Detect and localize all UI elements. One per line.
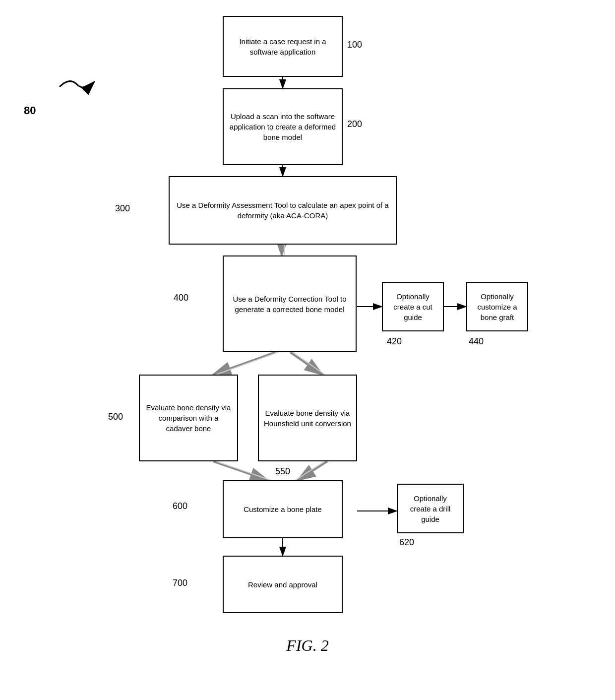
- step-300-text: Use a Deformity Assessment Tool to calcu…: [175, 200, 391, 221]
- step-550-box: Evaluate bone density via Hounsfield uni…: [258, 375, 357, 461]
- step-600-text: Customize a bone plate: [244, 504, 322, 514]
- step-700-text: Review and approval: [248, 579, 317, 590]
- step-500-text: Evaluate bone density via comparison wit…: [145, 402, 232, 434]
- step-100-text: Initiate a case request in a software ap…: [229, 36, 337, 57]
- step-200-box: Upload a scan into the software applicat…: [223, 88, 343, 165]
- svg-line-15: [295, 461, 325, 480]
- svg-line-12: [213, 461, 268, 480]
- step-550-text: Evaluate bone density via Hounsfield uni…: [264, 408, 351, 429]
- step-200-label: 200: [347, 119, 362, 129]
- step-600-box: Customize a bone plate: [223, 480, 343, 538]
- step-420-label: 420: [387, 336, 402, 347]
- step-300-box: Use a Deformity Assessment Tool to calcu…: [169, 176, 397, 245]
- step-700-label: 700: [173, 578, 187, 588]
- step-500-box: Evaluate bone density via comparison wit…: [139, 375, 238, 461]
- step-100-label: 100: [347, 40, 362, 50]
- step-440-label: 440: [469, 336, 484, 347]
- svg-line-9: [216, 352, 278, 375]
- step-620-label: 620: [399, 537, 414, 548]
- step-400-label: 400: [174, 293, 188, 303]
- fig-caption: FIG. 2: [286, 636, 328, 655]
- step-100-box: Initiate a case request in a software ap…: [223, 16, 343, 77]
- step-300-label: 300: [115, 203, 130, 214]
- diagram-container: Initiate a case request in a software ap…: [0, 0, 615, 665]
- step-620-box: Optionally create a drill guide: [397, 484, 464, 533]
- step-700-box: Review and approval: [223, 556, 343, 613]
- step-500-label: 500: [108, 412, 123, 422]
- step-620-text: Optionally create a drill guide: [403, 493, 458, 524]
- step-420-box: Optionally create a cut guide: [382, 282, 444, 331]
- step-420-text: Optionally create a cut guide: [388, 291, 438, 322]
- step-440-text: Optionally customize a bone graft: [472, 291, 522, 322]
- svg-line-13: [216, 461, 271, 480]
- step-400-box: Use a Deformity Correction Tool to gener…: [223, 255, 357, 352]
- svg-line-10: [290, 352, 322, 375]
- step-550-label: 550: [275, 466, 290, 477]
- step-200-text: Upload a scan into the software applicat…: [229, 111, 337, 142]
- step-600-label: 600: [173, 501, 187, 511]
- svg-line-14: [298, 461, 327, 480]
- svg-line-8: [213, 352, 275, 375]
- step-440-box: Optionally customize a bone graft: [466, 282, 528, 331]
- label-80: 80: [24, 104, 36, 117]
- svg-line-11: [293, 352, 325, 375]
- step-400-text: Use a Deformity Correction Tool to gener…: [229, 294, 351, 315]
